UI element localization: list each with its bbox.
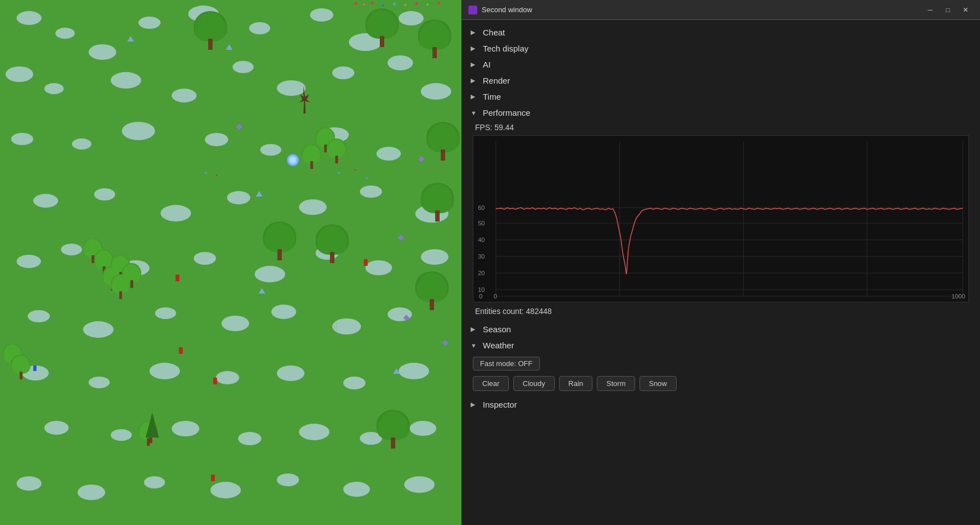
weather-body: Fast mode: OFF Clear Cloudy Rain Storm S… bbox=[462, 353, 980, 397]
snow-patch bbox=[17, 255, 41, 268]
snow-patch bbox=[399, 363, 429, 379]
snow-patch bbox=[72, 138, 91, 150]
tree bbox=[316, 224, 349, 263]
section-time[interactable]: ▶ Time bbox=[462, 89, 980, 105]
snow-patch bbox=[11, 133, 33, 145]
tree bbox=[263, 222, 296, 260]
section-ai[interactable]: ▶ AI bbox=[462, 56, 980, 73]
tech-display-arrow: ▶ bbox=[471, 45, 477, 52]
fps-chart: 60 50 40 30 20 10 0 bbox=[473, 136, 968, 302]
snow-patch bbox=[271, 305, 296, 319]
tree bbox=[376, 410, 410, 449]
section-tech-display[interactable]: ▶ Tech display bbox=[462, 40, 980, 56]
weather-rain-button[interactable]: Rain bbox=[559, 376, 593, 391]
character bbox=[211, 475, 215, 481]
snow-patch bbox=[111, 429, 132, 441]
tree bbox=[421, 183, 454, 222]
time-arrow: ▶ bbox=[471, 93, 477, 100]
glowing-orb bbox=[287, 154, 299, 166]
snow-patch bbox=[149, 363, 180, 379]
cheat-label: Cheat bbox=[483, 28, 505, 37]
snow-patch bbox=[410, 421, 436, 436]
snow-patch bbox=[44, 421, 69, 435]
tree bbox=[11, 354, 30, 379]
section-weather[interactable]: ▼ Weather bbox=[462, 337, 980, 353]
snow-patch bbox=[404, 476, 435, 493]
window-title: Second window bbox=[482, 6, 922, 14]
character bbox=[33, 366, 37, 371]
second-window: Second window ─ □ ✕ ▶ Cheat ▶ Tech displ… bbox=[461, 0, 980, 525]
snow-patch bbox=[155, 307, 176, 319]
snow-patch bbox=[310, 8, 333, 22]
window-controls: ─ □ ✕ bbox=[922, 4, 973, 16]
entity-dot bbox=[382, 4, 384, 7]
close-button[interactable]: ✕ bbox=[958, 4, 973, 16]
performance-body: FPS: 59.44 60 50 40 30 20 10 bbox=[462, 121, 980, 321]
minimize-button[interactable]: ─ bbox=[922, 4, 938, 16]
entities-label: Entities count: 482448 bbox=[473, 307, 969, 316]
entity-dot bbox=[216, 174, 218, 176]
performance-arrow: ▼ bbox=[471, 110, 477, 116]
weather-snow-button[interactable]: Snow bbox=[639, 376, 677, 391]
snow-patch bbox=[83, 321, 114, 338]
tree bbox=[327, 138, 346, 163]
section-performance[interactable]: ▼ Performance bbox=[462, 105, 980, 121]
window-icon bbox=[468, 6, 477, 14]
entity-dot bbox=[371, 2, 374, 4]
snow-patch bbox=[421, 83, 451, 100]
snow-patch bbox=[299, 199, 327, 215]
snow-patch bbox=[260, 144, 281, 156]
svg-text:30: 30 bbox=[478, 253, 484, 260]
svg-text:0: 0 bbox=[494, 293, 497, 300]
tree bbox=[426, 122, 460, 161]
marker bbox=[393, 368, 400, 374]
ai-label: AI bbox=[483, 60, 491, 69]
svg-text:40: 40 bbox=[478, 236, 484, 243]
weather-cloudy-button[interactable]: Cloudy bbox=[513, 376, 554, 391]
entity-dot bbox=[338, 172, 340, 174]
section-render[interactable]: ▶ Render bbox=[462, 73, 980, 89]
marker bbox=[259, 288, 265, 294]
snow-patch bbox=[332, 66, 354, 79]
weather-clear-button[interactable]: Clear bbox=[473, 376, 509, 391]
grass-patch bbox=[277, 332, 332, 366]
snow-patch bbox=[299, 424, 329, 440]
section-cheat[interactable]: ▶ Cheat bbox=[462, 24, 980, 40]
weather-buttons: Clear Cloudy Rain Storm Snow bbox=[473, 376, 969, 391]
panel-content[interactable]: ▶ Cheat ▶ Tech display ▶ AI ▶ Render ▶ T… bbox=[462, 20, 980, 525]
weather-storm-button[interactable]: Storm bbox=[597, 376, 635, 391]
tree bbox=[194, 11, 227, 50]
svg-text:20: 20 bbox=[478, 270, 484, 276]
entity-dot bbox=[415, 2, 418, 5]
snow-patch bbox=[17, 11, 42, 25]
marker bbox=[398, 234, 404, 240]
render-label: Render bbox=[483, 76, 510, 85]
game-content bbox=[0, 0, 461, 525]
snow-patch bbox=[33, 194, 58, 208]
snow-patch bbox=[161, 205, 191, 222]
snow-patch bbox=[249, 22, 270, 34]
cheat-arrow: ▶ bbox=[471, 29, 477, 36]
tree bbox=[302, 144, 321, 169]
snow-patch bbox=[376, 147, 401, 161]
marker bbox=[442, 339, 448, 346]
snow-patch bbox=[44, 83, 64, 94]
render-arrow: ▶ bbox=[471, 77, 477, 84]
snow-patch bbox=[210, 482, 241, 498]
character bbox=[179, 347, 183, 354]
inspector-label: Inspector bbox=[483, 400, 517, 409]
season-arrow: ▶ bbox=[471, 326, 477, 333]
character bbox=[213, 378, 217, 384]
maximize-button[interactable]: □ bbox=[940, 4, 956, 16]
snow-patch bbox=[221, 316, 249, 331]
season-label: Season bbox=[483, 325, 511, 334]
svg-text:1000: 1000 bbox=[952, 293, 966, 300]
tree bbox=[122, 263, 141, 288]
entity-dot bbox=[437, 2, 440, 4]
fast-mode-badge: Fast mode: OFF bbox=[473, 357, 540, 370]
snow-patch bbox=[89, 44, 116, 60]
section-season[interactable]: ▶ Season bbox=[462, 321, 980, 337]
section-inspector[interactable]: ▶ Inspector bbox=[462, 397, 980, 413]
snow-patch bbox=[28, 310, 50, 322]
weather-arrow: ▼ bbox=[471, 342, 477, 349]
